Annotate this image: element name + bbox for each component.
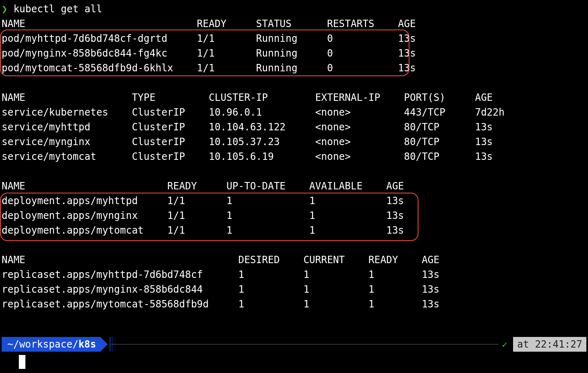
terminal[interactable]: ❯ kubectl get all NAME READY STATUS REST… [0,0,588,312]
table-row: service/myhttpd ClusterIP 10.104.63.122 … [2,120,586,134]
table-row: service/mynginx ClusterIP 10.105.37.23 <… [2,134,586,149]
status-left: ~/workspace/k8s [2,337,108,352]
table-row: replicaset.apps/myhttpd-7d6bd748cf 1 1 1… [2,267,586,282]
table-header: NAME DESIRED CURRENT READY AGE [2,252,586,267]
time-segment: at 22:41:27 [513,337,586,352]
success-check-icon: ✓ [502,338,507,351]
table-header: NAME READY STATUS RESTARTS AGE [2,16,586,31]
time-prefix: at [517,339,535,350]
cwd-prefix: ~/workspace/ [7,337,78,352]
table-header: NAME TYPE CLUSTER-IP EXTERNAL-IP PORT(S)… [2,90,586,105]
command-text: kubectl get all [14,3,102,15]
cwd-last: k8s [78,337,96,352]
table-row: replicaset.apps/mynginx-858b6dc844 1 1 1… [2,282,586,297]
table-row: deployment.apps/mynginx 1/1 1 1 13s [2,208,586,223]
replicasets-table: NAME DESIRED CURRENT READY AGE replicase… [2,252,586,312]
cwd-segment: ~/workspace/k8s [2,337,100,352]
status-separator [111,344,499,345]
table-header: NAME READY UP-TO-DATE AVAILABLE AGE [2,179,586,193]
powerline-arrow-icon [100,337,108,352]
table-row: replicaset.apps/mytomcat-58568dfb9d 1 1 … [2,297,586,312]
terminal-cursor[interactable] [19,355,25,369]
blank-line [2,238,586,252]
table-row: pod/mynginx-858b6dc844-fg4kc 1/1 Running… [2,46,586,61]
table-row: deployment.apps/myhttpd 1/1 1 1 13s [2,193,586,208]
status-bar: ~/workspace/k8s ✓ at 22:41:27 [2,336,586,353]
deployments-table: NAME READY UP-TO-DATE AVAILABLE AGE depl… [2,179,586,238]
table-row: pod/myhttpd-7d6bd748cf-dgrtd 1/1 Running… [2,31,586,46]
blank-line [2,75,586,90]
blank-line [2,164,586,179]
table-row: service/kubernetes ClusterIP 10.96.0.1 <… [2,105,586,120]
status-right: ✓ at 22:41:27 [502,337,586,352]
time-value: 22:41:27 [535,339,582,350]
prompt-symbol: ❯ [2,3,7,15]
services-table: NAME TYPE CLUSTER-IP EXTERNAL-IP PORT(S)… [2,90,586,164]
table-row: deployment.apps/mytomcat 1/1 1 1 13s [2,223,586,238]
table-row: pod/mytomcat-58568dfb9d-6khlx 1/1 Runnin… [2,61,586,75]
prompt-line: ❯ kubectl get all [2,2,586,16]
pods-table: NAME READY STATUS RESTARTS AGE pod/myhtt… [2,16,586,75]
table-row: service/mytomcat ClusterIP 10.105.6.19 <… [2,149,586,164]
